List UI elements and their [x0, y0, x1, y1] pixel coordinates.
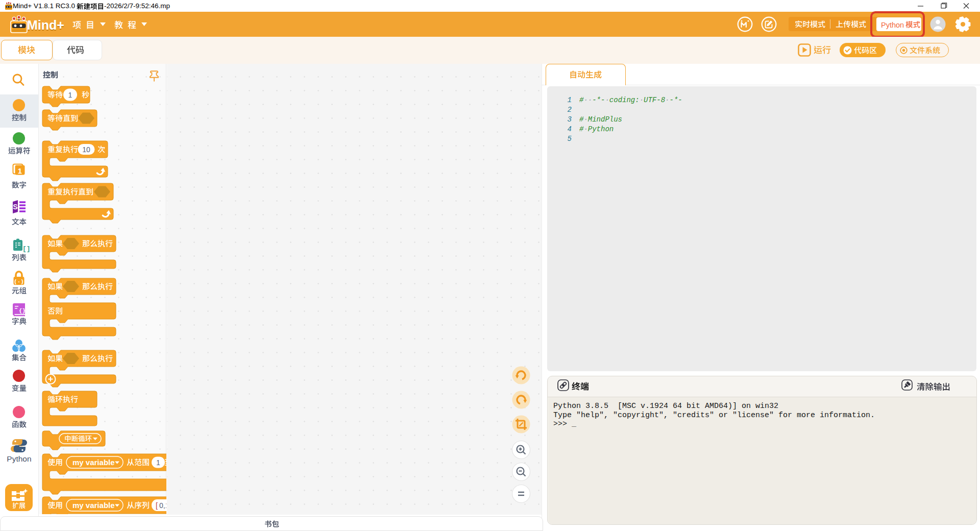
svg-text:0,1: 0,1	[159, 501, 166, 510]
svg-text:S: S	[13, 203, 17, 211]
svg-text:1: 1	[18, 166, 22, 175]
svg-text:my variable: my variable	[72, 501, 115, 510]
svg-text:10: 10	[82, 146, 90, 154]
svg-text:[: [	[156, 501, 158, 510]
svg-text:1: 1	[68, 91, 72, 99]
svg-text:(·): (·)	[14, 279, 24, 285]
svg-text:{}: {}	[19, 308, 26, 314]
svg-text:[]: []	[22, 245, 31, 253]
svg-text:my variable: my variable	[72, 458, 115, 467]
svg-text:1: 1	[156, 458, 160, 467]
